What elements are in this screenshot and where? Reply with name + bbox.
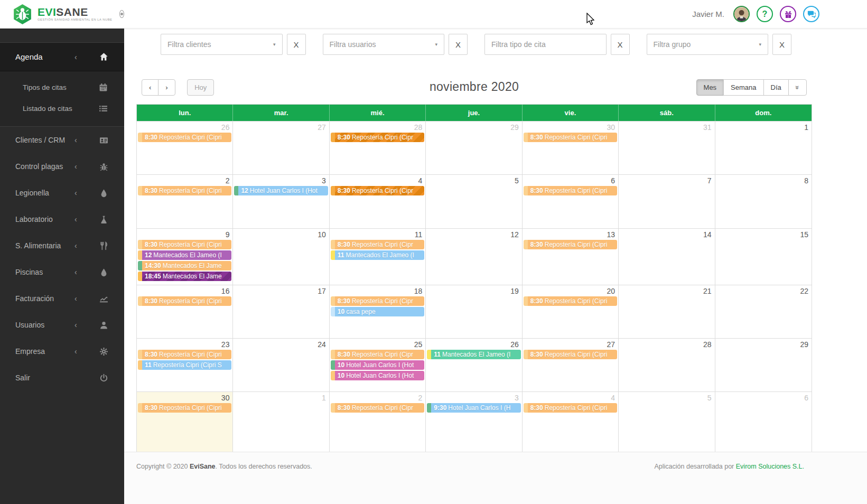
prev-month-button[interactable]: ‹ — [142, 79, 159, 96]
calendar-day-cell[interactable]: 22 — [715, 285, 812, 338]
calendar-event[interactable]: 8:30Repostería Cipri (Cipr — [331, 240, 424, 249]
calendar-day-cell[interactable]: 6 — [715, 392, 812, 452]
calendar-day-cell[interactable]: 278:30Repostería Cipri (Cipri — [523, 339, 619, 391]
calendar-day-cell[interactable]: 17 — [233, 285, 329, 338]
calendar-event[interactable]: 8:30Repostería Cipri (Cipr — [331, 403, 424, 413]
next-month-button[interactable]: › — [158, 79, 175, 96]
calendar-day-cell[interactable]: 29 — [426, 122, 522, 174]
calendar-day-cell[interactable]: 10 — [233, 229, 329, 285]
view-button-día[interactable]: Día — [763, 79, 789, 96]
sidebar-item-piscinas[interactable]: Piscinas‹ — [0, 259, 124, 285]
calendar-event[interactable]: 8:30Repostería Cipri (Cipri — [138, 133, 231, 142]
sidebar-item-tipos-de-citas[interactable]: Tipos de citas — [0, 77, 124, 98]
calendar-day-cell[interactable]: 258:30Repostería Cipri (Cipr10Hotel Juan… — [330, 339, 426, 391]
calendar-event[interactable]: 8:30Repostería Cipri (Cipri — [524, 240, 617, 249]
calendar-event[interactable]: 12Mantecados El Jameo (I — [138, 250, 231, 260]
filter-select-filtra-clientes[interactable]: Filtra clientes▾ — [161, 34, 283, 55]
calendar-event[interactable]: 8:30Repostería Cipri (Cipri — [138, 403, 231, 413]
sidebar-item-laboratorio[interactable]: Laboratorio‹ — [0, 206, 124, 232]
calendar-event[interactable]: 8:30Repostería Cipri (Cipr — [331, 296, 424, 306]
calendar-event[interactable]: 8:30Repostería Cipri (Cipri — [524, 186, 617, 195]
calendar-day-cell[interactable]: 238:30Repostería Cipri (Cipri11Reposterí… — [137, 339, 233, 391]
calendar-event[interactable]: 8:30Repostería Cipri (Cipri — [524, 350, 617, 359]
calendar-day-cell[interactable]: 14 — [619, 229, 715, 285]
calendar-day-cell[interactable]: 7 — [619, 175, 715, 228]
calendar-day-cell[interactable]: 5 — [619, 392, 715, 452]
calendar-day-cell[interactable]: 208:30Repostería Cipri (Cipri — [523, 285, 619, 338]
filter-clear-button[interactable]: X — [449, 34, 468, 55]
calendar-event[interactable]: 8:30Repostería Cipri (Cipri — [524, 403, 617, 413]
sidebar-item-listado-de-citas[interactable]: Listado de citas — [0, 98, 124, 119]
calendar-event[interactable]: 8:30Repostería Cipri (Cipri — [138, 296, 231, 306]
filter-clear-button[interactable]: X — [611, 34, 630, 55]
calendar-day-cell[interactable]: 12 — [426, 229, 522, 285]
calendar-day-cell[interactable]: 28 — [619, 339, 715, 391]
calendar-day-cell[interactable]: 24 — [233, 339, 329, 391]
more-views-button[interactable]: » — [788, 79, 807, 96]
calendar-event[interactable]: 8:30Repostería Cipri (Cipri — [524, 296, 617, 306]
calendar-event[interactable]: 10casa pepe — [331, 307, 424, 316]
filter-select-filtra-usuarios[interactable]: Filtra usuarios▾ — [323, 34, 445, 55]
calendar-day-cell[interactable]: 48:30Repostería Cipri (Cipr — [330, 175, 426, 228]
sidebar-toggle-icon[interactable] — [119, 10, 124, 18]
calendar-day-cell[interactable]: 8 — [715, 175, 812, 228]
calendar-day-cell[interactable]: 288:30Repostería Cipri (Cipr — [330, 122, 426, 174]
calendar-event[interactable]: 18:45Mantecados El Jame — [138, 272, 231, 281]
calendar-day-cell[interactable]: 168:30Repostería Cipri (Cipri — [137, 285, 233, 338]
sidebar-item-empresa[interactable]: Empresa‹ — [0, 338, 124, 365]
calendar-day-cell[interactable]: 98:30Repostería Cipri (Cipri12Mantecados… — [137, 229, 233, 285]
calendar-event[interactable]: 14:30Mantecados El Jame — [138, 261, 231, 270]
filter-select-filtra-grupo[interactable]: Filtra grupo▾ — [647, 34, 769, 55]
calendar-day-cell[interactable]: 27 — [233, 122, 329, 174]
today-button[interactable]: Hoy — [187, 79, 214, 96]
calendar-day-cell[interactable]: 2611Mantecados El Jameo (I — [426, 339, 522, 391]
calendar-day-cell[interactable]: 68:30Repostería Cipri (Cipri — [523, 175, 619, 228]
calendar-event[interactable]: 8:30Repostería Cipri (Cipr — [331, 186, 424, 195]
calendar-day-cell[interactable]: 308:30Repostería Cipri (Cipri — [523, 122, 619, 174]
calendar-event[interactable]: 8:30Repostería Cipri (Cipri — [138, 186, 231, 195]
sidebar-item-agenda[interactable]: Agenda ‹ — [0, 42, 124, 71]
calendar-event[interactable]: 12Hotel Juan Carlos I (Hot — [234, 186, 328, 195]
calendar-day-cell[interactable]: 15 — [715, 229, 812, 285]
calendar-event[interactable]: 11Mantecados El Jameo (I — [331, 250, 424, 260]
calendar-day-cell[interactable]: 39:30Hotel Juan Carlos I (H — [426, 392, 522, 452]
developer-link[interactable]: Evirom Soluciones S.L. — [736, 463, 804, 470]
calendar-day-cell[interactable]: 29 — [715, 339, 812, 391]
calendar-event[interactable]: 10Hotel Juan Carlos I (Hot — [331, 371, 424, 380]
calendar-day-cell[interactable]: 188:30Repostería Cipri (Cipr10casa pepe — [330, 285, 426, 338]
calendar-day-cell[interactable]: 19 — [426, 285, 522, 338]
sidebar-item-s-alimentaria[interactable]: S. Alimentaria‹ — [0, 232, 124, 259]
sidebar-item-salir[interactable]: Salir — [0, 365, 124, 391]
calendar-day-cell[interactable]: 1 — [233, 392, 329, 452]
chat-icon[interactable] — [803, 6, 819, 22]
calendar-day-cell[interactable]: 1 — [715, 122, 812, 174]
sidebar-item-clientes-crm[interactable]: Clientes / CRM‹ — [0, 127, 124, 153]
filter-input-filtra-tipo-de-cita[interactable]: Filtra tipo de cita — [484, 34, 607, 55]
calendar-day-cell[interactable]: 268:30Repostería Cipri (Cipri — [137, 122, 233, 174]
view-button-mes[interactable]: Mes — [696, 79, 724, 96]
view-button-semana[interactable]: Semana — [723, 79, 763, 96]
calendar-event[interactable]: 9:30Hotel Juan Carlos I (H — [427, 403, 520, 413]
calendar-event[interactable]: 8:30Repostería Cipri (Cipri — [138, 240, 231, 249]
calendar-event[interactable]: 8:30Repostería Cipri (Cipri — [138, 350, 231, 359]
calendar-day-cell[interactable]: 138:30Repostería Cipri (Cipri — [523, 229, 619, 285]
calendar-day-cell[interactable]: 21 — [619, 285, 715, 338]
calendar-day-cell[interactable]: 312Hotel Juan Carlos I (Hot — [233, 175, 329, 228]
sidebar-item-usuarios[interactable]: Usuarios‹ — [0, 312, 124, 338]
gift-icon[interactable] — [780, 6, 796, 22]
avatar[interactable] — [733, 6, 750, 22]
calendar-day-cell[interactable]: 28:30Repostería Cipri (Cipri — [137, 175, 233, 228]
sidebar-item-facturación[interactable]: Facturación‹ — [0, 285, 124, 312]
help-icon[interactable]: ? — [757, 6, 773, 22]
brand-logo[interactable]: EVISANE GESTIÓN SANIDAD AMBIENTAL EN LA … — [0, 4, 124, 25]
calendar-event[interactable]: 8:30Repostería Cipri (Cipri — [524, 133, 617, 142]
calendar-day-cell[interactable]: 5 — [426, 175, 522, 228]
sidebar-item-control-plagas[interactable]: Control plagas‹ — [0, 153, 124, 180]
filter-clear-button[interactable]: X — [287, 34, 306, 55]
calendar-day-cell[interactable]: 28:30Repostería Cipri (Cipr — [330, 392, 426, 452]
calendar-event[interactable]: 10Hotel Juan Carlos I (Hot — [331, 360, 424, 370]
calendar-day-cell[interactable]: 31 — [619, 122, 715, 174]
calendar-event[interactable]: 8:30Repostería Cipri (Cipr — [331, 350, 424, 359]
calendar-event[interactable]: 11Repostería Cipri (Cipri S — [138, 360, 231, 370]
sidebar-item-legionella[interactable]: Legionella‹ — [0, 180, 124, 206]
